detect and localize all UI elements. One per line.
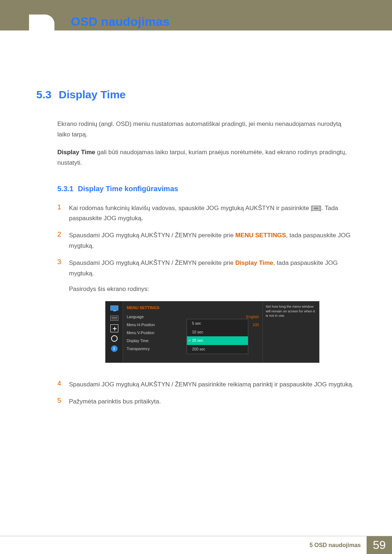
footer: 5 OSD naudojimas 59 (0, 536, 392, 554)
intro-paragraph-1: Ekrano rodinių (angl. OSD) meniu nustato… (57, 119, 356, 140)
step-2: 2 Spausdami JOG mygtuką AUKŠTYN / ŽEMYN … (57, 230, 356, 251)
section-title: Display Time (59, 89, 126, 101)
step-body: Spausdami JOG mygtuką AUKŠTYN / ŽEMYN pe… (69, 258, 356, 373)
step-number: 1 (57, 203, 62, 224)
osd-main-panel: MENU SETTINGS Language English Menu H-Po… (123, 301, 263, 362)
step-number: 2 (57, 230, 62, 251)
step-body: Spausdami JOG mygtuką AUKŠTYN / ŽEMYN pa… (69, 379, 354, 390)
step-number: 4 (57, 379, 62, 390)
steps-list: 1 Kai rodomas funkcinių klavišų vadovas,… (57, 203, 356, 407)
osd-row-value: 100 (252, 322, 259, 328)
step-number: 5 (57, 397, 62, 407)
header-bar: OSD naudojimas (0, 0, 392, 30)
osd-option: 200 sec (187, 345, 248, 354)
page-number: 59 (367, 536, 392, 554)
section-heading: 5.3 Display Time (36, 89, 356, 101)
osd-option: 5 sec (187, 319, 248, 328)
osd-option-selected: 20 sec (187, 336, 248, 345)
step-3-before: Spausdami JOG mygtuką AUKŠTYN / ŽEMYN pe… (69, 259, 235, 266)
intro-paragraph-2: Display Time gali būti naudojamas laiko … (57, 147, 356, 168)
osd-help-text: Set how long the menu window will remain… (263, 301, 319, 362)
step-3: 3 Spausdami JOG mygtuką AUKŠTYN / ŽEMYN … (57, 258, 356, 373)
position-icon (110, 325, 119, 332)
osd-row-label: Transparency (127, 346, 150, 352)
step-number: 3 (57, 258, 62, 373)
osd-row-label: Menu V-Position (127, 330, 154, 336)
tab-corner (29, 15, 54, 30)
subsection-heading: 5.3.1Display Time konfigūravimas (57, 185, 356, 193)
osd-option: 10 sec (187, 328, 248, 337)
step-3-subline: Pasirodys šis ekrano rodinys: (69, 284, 356, 295)
section-number: 5.3 (36, 89, 52, 101)
step-5: 5 Pažymėta parinktis bus pritaikyta. (57, 397, 356, 407)
menu-settings-label: MENU SETTINGS (235, 232, 286, 239)
step-1-before: Kai rodomas funkcinių klavišų vadovas, s… (69, 205, 313, 212)
step-body: Kai rodomas funkcinių klavišų vadovas, s… (69, 203, 356, 224)
info-icon: i (110, 345, 119, 352)
chapter-title: OSD naudojimas (71, 15, 170, 29)
display-time-bold: Display Time (57, 149, 95, 156)
step-4: 4 Spausdami JOG mygtuką AUKŠTYN / ŽEMYN … (57, 379, 356, 390)
step-1: 1 Kai rodomas funkcinių klavišų vadovas,… (57, 203, 356, 224)
subsection-title: Display Time konfigūravimas (78, 185, 178, 193)
step-2-before: Spausdami JOG mygtuką AUKŠTYN / ŽEMYN pe… (69, 232, 235, 239)
gear-icon (110, 335, 119, 342)
osd-title: MENU SETTINGS (127, 304, 259, 311)
osd-sidebar: i (106, 301, 123, 362)
osd-row-label: Language (127, 314, 144, 320)
osd-dropdown: 5 sec 10 sec 20 sec 200 sec (187, 319, 248, 354)
step-body: Spausdami JOG mygtuką AUKŠTYN / ŽEMYN pe… (69, 230, 356, 251)
osd-row-label: Menu H-Position (127, 322, 155, 328)
content-area: 5.3 Display Time Ekrano rodinių (angl. O… (0, 30, 392, 407)
list-icon (110, 315, 119, 322)
intro-paragraph-2-rest: gali būti naudojamas laiko tarpui, kuria… (57, 149, 347, 166)
osd-screenshot: i MENU SETTINGS Language English Menu H-… (105, 301, 319, 363)
osd-row-label: Display Time (127, 338, 148, 344)
menu-icon (313, 206, 320, 211)
subsection-number: 5.3.1 (57, 185, 73, 193)
monitor-icon (110, 304, 119, 312)
footer-label: 5 OSD naudojimas (310, 536, 367, 554)
step-body: Pažymėta parinktis bus pritaikyta. (69, 397, 161, 407)
display-time-label: Display Time (235, 259, 273, 266)
